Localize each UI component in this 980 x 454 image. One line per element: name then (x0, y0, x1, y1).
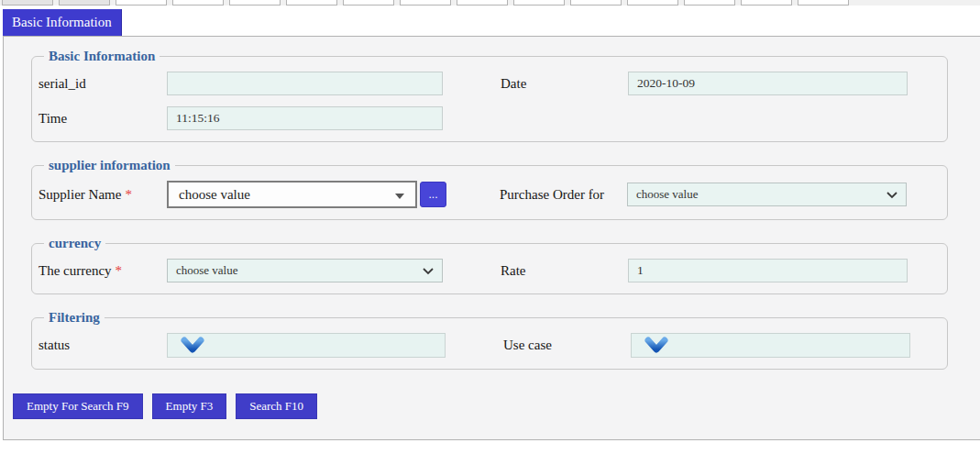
required-marker: * (116, 263, 123, 278)
date-input[interactable] (628, 72, 908, 95)
selected-value: choose value (179, 187, 250, 203)
cutoff-tab-button[interactable] (457, 0, 508, 6)
cutoff-tab-button[interactable] (286, 0, 337, 6)
field-label: Date (501, 76, 628, 92)
cutoff-tab-button[interactable] (172, 0, 224, 6)
cutoff-tab-button[interactable] (116, 0, 167, 6)
serial-id-input[interactable] (167, 72, 443, 95)
field-label: Use case (503, 338, 631, 353)
field-label: serial_id (32, 76, 167, 92)
cutoff-tab-button[interactable] (229, 0, 281, 6)
field-label: Time (32, 111, 167, 127)
form-row: Time (32, 106, 947, 130)
cutoff-tab-button[interactable] (513, 0, 565, 6)
field-label: Supplier Name* (32, 187, 167, 203)
label-text: Rate (501, 263, 526, 278)
label-text: serial_id (39, 76, 86, 91)
fieldset-currency: currency The currency* choose value Rate (31, 236, 948, 294)
cutoff-tab-button[interactable] (570, 0, 622, 6)
form-row: serial_id Date (32, 72, 947, 95)
form-row: Supplier Name* choose value ... Purchase… (32, 181, 947, 208)
field-label: Rate (501, 263, 628, 279)
label-text: Supplier Name (39, 187, 121, 202)
fieldset-supplier-information: supplier information Supplier Name* choo… (31, 158, 948, 220)
field-label: status (32, 338, 167, 353)
fieldset-basic-information: Basic Information serial_id Date Time (31, 49, 948, 142)
field-label: The currency* (32, 263, 167, 279)
search-button[interactable]: Search F10 (236, 393, 317, 419)
fieldset-filtering: Filtering status Use case (31, 310, 948, 370)
purchase-order-for-select[interactable]: choose value (627, 183, 907, 206)
supplier-name-select[interactable]: choose value (167, 181, 417, 208)
cutoff-tab-button[interactable] (2, 0, 53, 6)
action-button-bar: Empty For Search F9 Empty F3 Search F10 (13, 393, 980, 419)
the-currency-select[interactable]: choose value (167, 259, 443, 282)
required-marker: * (125, 187, 132, 202)
cutoff-tab-button[interactable] (684, 0, 735, 6)
field-label: Purchase Order for (500, 187, 627, 203)
selected-value: choose value (636, 187, 699, 202)
form-row: status Use case (32, 333, 947, 358)
cutoff-tab-button[interactable] (400, 0, 451, 6)
empty-for-search-button[interactable]: Empty For Search F9 (13, 393, 143, 419)
dropdown-arrow-icon (395, 194, 404, 199)
label-text: The currency (39, 263, 112, 278)
cutoff-tab-button[interactable] (343, 0, 394, 6)
cutoff-tab-button[interactable] (741, 0, 792, 6)
blue-chevron-down-icon (179, 337, 206, 355)
use-case-multiselect[interactable] (631, 333, 910, 358)
tab-basic-information[interactable]: Basic Information (3, 9, 122, 36)
label-text: Date (501, 76, 526, 91)
label-text: Time (39, 111, 67, 126)
label-text: Use case (503, 338, 552, 352)
blue-chevron-down-icon (643, 337, 670, 355)
fieldset-legend: currency (44, 236, 105, 251)
fieldset-legend: Basic Information (44, 49, 160, 64)
fieldset-legend: supplier information (44, 158, 175, 173)
label-text: status (39, 338, 70, 352)
cutoff-tab-button[interactable] (59, 0, 110, 6)
label-text: Purchase Order for (500, 187, 604, 202)
form-row: The currency* choose value Rate (32, 259, 947, 282)
tab-bar: Basic Information (0, 6, 980, 36)
chevron-down-icon (886, 192, 897, 199)
form-panel: Basic Information serial_id Date Time su… (3, 36, 980, 440)
empty-button[interactable]: Empty F3 (152, 393, 227, 419)
status-multiselect[interactable] (167, 333, 446, 358)
top-cutoff-toolbar (0, 0, 980, 6)
time-input[interactable] (167, 106, 443, 130)
fieldset-legend: Filtering (44, 310, 105, 326)
selected-value: choose value (176, 263, 238, 278)
rate-input[interactable] (628, 259, 908, 282)
supplier-browse-button[interactable]: ... (420, 182, 446, 207)
cutoff-tab-button[interactable] (627, 0, 678, 6)
chevron-down-icon (423, 268, 434, 275)
cutoff-tab-button[interactable] (798, 0, 849, 6)
